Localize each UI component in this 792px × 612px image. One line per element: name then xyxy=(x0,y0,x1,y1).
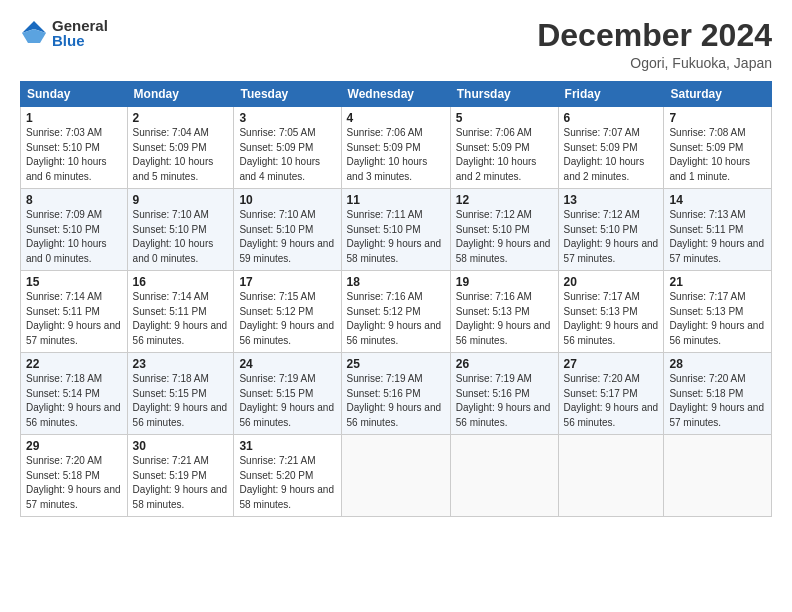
day-cell: 7Sunrise: 7:08 AMSunset: 5:09 PMDaylight… xyxy=(664,107,772,189)
day-number: 2 xyxy=(133,111,229,125)
day-info: Sunrise: 7:06 AMSunset: 5:09 PMDaylight:… xyxy=(347,126,445,184)
day-of-week-friday: Friday xyxy=(558,82,664,107)
logo-icon xyxy=(20,19,48,47)
day-cell xyxy=(450,435,558,517)
day-cell: 12Sunrise: 7:12 AMSunset: 5:10 PMDayligh… xyxy=(450,189,558,271)
day-cell: 5Sunrise: 7:06 AMSunset: 5:09 PMDaylight… xyxy=(450,107,558,189)
day-number: 11 xyxy=(347,193,445,207)
day-cell xyxy=(664,435,772,517)
day-info: Sunrise: 7:20 AMSunset: 5:18 PMDaylight:… xyxy=(669,372,766,430)
day-info: Sunrise: 7:20 AMSunset: 5:17 PMDaylight:… xyxy=(564,372,659,430)
day-info: Sunrise: 7:16 AMSunset: 5:12 PMDaylight:… xyxy=(347,290,445,348)
day-cell: 11Sunrise: 7:11 AMSunset: 5:10 PMDayligh… xyxy=(341,189,450,271)
page: General Blue December 2024 Ogori, Fukuok… xyxy=(0,0,792,612)
day-number: 4 xyxy=(347,111,445,125)
day-of-week-tuesday: Tuesday xyxy=(234,82,341,107)
day-info: Sunrise: 7:06 AMSunset: 5:09 PMDaylight:… xyxy=(456,126,553,184)
day-cell: 21Sunrise: 7:17 AMSunset: 5:13 PMDayligh… xyxy=(664,271,772,353)
day-info: Sunrise: 7:10 AMSunset: 5:10 PMDaylight:… xyxy=(239,208,335,266)
calendar-header-row: SundayMondayTuesdayWednesdayThursdayFrid… xyxy=(21,82,772,107)
day-number: 27 xyxy=(564,357,659,371)
location: Ogori, Fukuoka, Japan xyxy=(537,55,772,71)
day-info: Sunrise: 7:15 AMSunset: 5:12 PMDaylight:… xyxy=(239,290,335,348)
day-number: 10 xyxy=(239,193,335,207)
day-number: 12 xyxy=(456,193,553,207)
day-info: Sunrise: 7:13 AMSunset: 5:11 PMDaylight:… xyxy=(669,208,766,266)
day-info: Sunrise: 7:21 AMSunset: 5:19 PMDaylight:… xyxy=(133,454,229,512)
header: General Blue December 2024 Ogori, Fukuok… xyxy=(20,18,772,71)
day-number: 14 xyxy=(669,193,766,207)
day-cell: 8Sunrise: 7:09 AMSunset: 5:10 PMDaylight… xyxy=(21,189,128,271)
day-cell: 20Sunrise: 7:17 AMSunset: 5:13 PMDayligh… xyxy=(558,271,664,353)
day-cell: 30Sunrise: 7:21 AMSunset: 5:19 PMDayligh… xyxy=(127,435,234,517)
day-cell: 18Sunrise: 7:16 AMSunset: 5:12 PMDayligh… xyxy=(341,271,450,353)
day-number: 18 xyxy=(347,275,445,289)
day-info: Sunrise: 7:19 AMSunset: 5:16 PMDaylight:… xyxy=(347,372,445,430)
day-cell: 16Sunrise: 7:14 AMSunset: 5:11 PMDayligh… xyxy=(127,271,234,353)
day-info: Sunrise: 7:07 AMSunset: 5:09 PMDaylight:… xyxy=(564,126,659,184)
day-of-week-saturday: Saturday xyxy=(664,82,772,107)
week-row-5: 29Sunrise: 7:20 AMSunset: 5:18 PMDayligh… xyxy=(21,435,772,517)
day-number: 20 xyxy=(564,275,659,289)
day-info: Sunrise: 7:14 AMSunset: 5:11 PMDaylight:… xyxy=(26,290,122,348)
day-number: 22 xyxy=(26,357,122,371)
day-info: Sunrise: 7:19 AMSunset: 5:16 PMDaylight:… xyxy=(456,372,553,430)
day-cell: 15Sunrise: 7:14 AMSunset: 5:11 PMDayligh… xyxy=(21,271,128,353)
calendar: SundayMondayTuesdayWednesdayThursdayFrid… xyxy=(20,81,772,517)
day-number: 19 xyxy=(456,275,553,289)
day-cell: 10Sunrise: 7:10 AMSunset: 5:10 PMDayligh… xyxy=(234,189,341,271)
week-row-4: 22Sunrise: 7:18 AMSunset: 5:14 PMDayligh… xyxy=(21,353,772,435)
day-info: Sunrise: 7:08 AMSunset: 5:09 PMDaylight:… xyxy=(669,126,766,184)
day-cell xyxy=(558,435,664,517)
logo: General Blue xyxy=(20,18,108,48)
day-info: Sunrise: 7:05 AMSunset: 5:09 PMDaylight:… xyxy=(239,126,335,184)
day-info: Sunrise: 7:03 AMSunset: 5:10 PMDaylight:… xyxy=(26,126,122,184)
day-info: Sunrise: 7:17 AMSunset: 5:13 PMDaylight:… xyxy=(669,290,766,348)
day-of-week-monday: Monday xyxy=(127,82,234,107)
day-number: 28 xyxy=(669,357,766,371)
day-number: 16 xyxy=(133,275,229,289)
day-info: Sunrise: 7:11 AMSunset: 5:10 PMDaylight:… xyxy=(347,208,445,266)
day-info: Sunrise: 7:19 AMSunset: 5:15 PMDaylight:… xyxy=(239,372,335,430)
title-section: December 2024 Ogori, Fukuoka, Japan xyxy=(537,18,772,71)
day-number: 31 xyxy=(239,439,335,453)
day-number: 6 xyxy=(564,111,659,125)
day-cell xyxy=(341,435,450,517)
day-cell: 6Sunrise: 7:07 AMSunset: 5:09 PMDaylight… xyxy=(558,107,664,189)
day-cell: 26Sunrise: 7:19 AMSunset: 5:16 PMDayligh… xyxy=(450,353,558,435)
day-cell: 14Sunrise: 7:13 AMSunset: 5:11 PMDayligh… xyxy=(664,189,772,271)
day-cell: 4Sunrise: 7:06 AMSunset: 5:09 PMDaylight… xyxy=(341,107,450,189)
day-number: 30 xyxy=(133,439,229,453)
day-info: Sunrise: 7:18 AMSunset: 5:15 PMDaylight:… xyxy=(133,372,229,430)
day-of-week-wednesday: Wednesday xyxy=(341,82,450,107)
day-number: 15 xyxy=(26,275,122,289)
day-info: Sunrise: 7:21 AMSunset: 5:20 PMDaylight:… xyxy=(239,454,335,512)
day-cell: 24Sunrise: 7:19 AMSunset: 5:15 PMDayligh… xyxy=(234,353,341,435)
day-info: Sunrise: 7:17 AMSunset: 5:13 PMDaylight:… xyxy=(564,290,659,348)
day-cell: 29Sunrise: 7:20 AMSunset: 5:18 PMDayligh… xyxy=(21,435,128,517)
day-number: 23 xyxy=(133,357,229,371)
day-cell: 13Sunrise: 7:12 AMSunset: 5:10 PMDayligh… xyxy=(558,189,664,271)
logo-general: General xyxy=(52,18,108,33)
day-cell: 27Sunrise: 7:20 AMSunset: 5:17 PMDayligh… xyxy=(558,353,664,435)
day-number: 13 xyxy=(564,193,659,207)
day-number: 7 xyxy=(669,111,766,125)
day-info: Sunrise: 7:10 AMSunset: 5:10 PMDaylight:… xyxy=(133,208,229,266)
day-cell: 17Sunrise: 7:15 AMSunset: 5:12 PMDayligh… xyxy=(234,271,341,353)
day-info: Sunrise: 7:14 AMSunset: 5:11 PMDaylight:… xyxy=(133,290,229,348)
month-title: December 2024 xyxy=(537,18,772,53)
day-info: Sunrise: 7:12 AMSunset: 5:10 PMDaylight:… xyxy=(456,208,553,266)
day-info: Sunrise: 7:20 AMSunset: 5:18 PMDaylight:… xyxy=(26,454,122,512)
day-info: Sunrise: 7:18 AMSunset: 5:14 PMDaylight:… xyxy=(26,372,122,430)
day-info: Sunrise: 7:12 AMSunset: 5:10 PMDaylight:… xyxy=(564,208,659,266)
day-number: 21 xyxy=(669,275,766,289)
day-cell: 1Sunrise: 7:03 AMSunset: 5:10 PMDaylight… xyxy=(21,107,128,189)
day-number: 25 xyxy=(347,357,445,371)
week-row-3: 15Sunrise: 7:14 AMSunset: 5:11 PMDayligh… xyxy=(21,271,772,353)
day-of-week-thursday: Thursday xyxy=(450,82,558,107)
week-row-2: 8Sunrise: 7:09 AMSunset: 5:10 PMDaylight… xyxy=(21,189,772,271)
day-number: 1 xyxy=(26,111,122,125)
day-number: 5 xyxy=(456,111,553,125)
day-cell: 31Sunrise: 7:21 AMSunset: 5:20 PMDayligh… xyxy=(234,435,341,517)
day-cell: 3Sunrise: 7:05 AMSunset: 5:09 PMDaylight… xyxy=(234,107,341,189)
